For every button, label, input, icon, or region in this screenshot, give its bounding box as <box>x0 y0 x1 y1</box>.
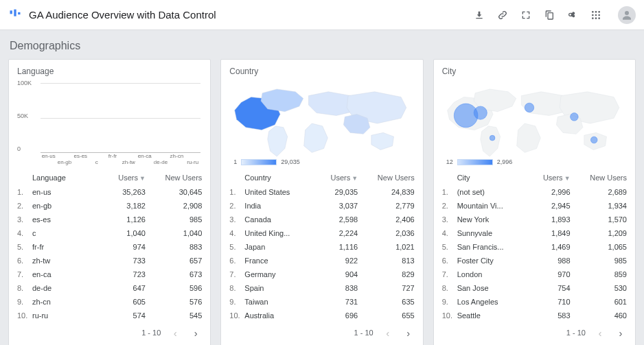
col-users[interactable]: Users▼ <box>519 174 570 182</box>
table-row[interactable]: 10.Australia696655 <box>229 309 414 322</box>
svg-point-5 <box>598 11 600 13</box>
link-icon[interactable] <box>496 8 509 22</box>
pager-prev-button[interactable]: ‹ <box>594 327 606 339</box>
table-row[interactable]: 7.London970859 <box>442 267 627 281</box>
row-rank: 9. <box>17 298 32 306</box>
row-users: 2,224 <box>307 229 358 237</box>
table-row[interactable]: 9.Los Angeles710601 <box>442 295 627 309</box>
svg-point-16 <box>570 113 578 121</box>
pager-language: 1 - 10 ‹ › <box>17 324 202 342</box>
country-map-chart: 1 29,035 <box>229 79 414 167</box>
pager-prev-button[interactable]: ‹ <box>169 327 181 339</box>
row-users: 754 <box>519 284 570 292</box>
table-row[interactable]: 2.India3,0372,779 <box>229 199 414 213</box>
row-users: 2,598 <box>307 215 358 224</box>
row-dim: es-es <box>32 215 95 224</box>
card-city: City <box>433 59 636 345</box>
col-country[interactable]: Country <box>244 174 307 182</box>
avatar[interactable] <box>618 6 636 24</box>
table-row[interactable]: 6.France922813 <box>229 254 414 267</box>
row-rank: 6. <box>17 257 32 265</box>
svg-point-8 <box>598 14 600 16</box>
table-row[interactable]: 1.en-us35,26330,645 <box>17 185 202 199</box>
copy-icon[interactable] <box>542 8 556 22</box>
app-bar: GA Audience Overview with Data Control <box>0 0 644 30</box>
card-language-title: Language <box>17 67 202 76</box>
row-rank: 7. <box>442 270 457 278</box>
table-row[interactable]: 2.Mountain Vi...2,9451,934 <box>442 199 627 213</box>
row-new-users: 883 <box>146 243 202 251</box>
apps-icon[interactable] <box>589 8 603 22</box>
row-rank: 2. <box>229 202 244 210</box>
svg-point-18 <box>490 135 495 141</box>
row-dim: Sunnyvale <box>457 229 520 237</box>
row-rank: 3. <box>229 215 244 224</box>
col-new-users[interactable]: New Users <box>571 174 627 182</box>
pager-prev-button[interactable]: ‹ <box>382 327 394 339</box>
table-row[interactable]: 9.zh-cn605576 <box>17 295 202 309</box>
row-users: 3,182 <box>95 202 146 210</box>
table-row[interactable]: 4.United King...2,2242,036 <box>229 226 414 240</box>
row-rank: 5. <box>229 243 244 251</box>
ytick: 0 <box>17 145 21 152</box>
row-dim: en-gb <box>32 202 95 210</box>
table-row[interactable]: 8.Spain838727 <box>229 281 414 295</box>
table-row[interactable]: 7.Germany904829 <box>229 267 414 281</box>
section-title: Demographics <box>10 40 634 52</box>
row-rank: 10. <box>229 311 244 320</box>
table-row[interactable]: 5.fr-fr974883 <box>17 240 202 254</box>
pager-next-button[interactable]: › <box>614 327 627 339</box>
download-icon[interactable] <box>472 8 486 22</box>
col-new-users[interactable]: New Users <box>358 174 414 182</box>
row-dim: en-us <box>32 188 95 196</box>
card-city-title: City <box>442 67 627 76</box>
table-row[interactable]: 6.zh-tw733657 <box>17 254 202 267</box>
ytick: 100K <box>17 80 32 86</box>
row-users: 974 <box>95 243 146 251</box>
table-row[interactable]: 6.Foster City988985 <box>442 254 627 267</box>
col-new-users[interactable]: New Users <box>146 174 202 182</box>
col-city[interactable]: City <box>457 174 520 182</box>
pager-range: 1 - 10 <box>354 329 373 337</box>
table-row[interactable]: 5.Japan1,1161,021 <box>229 240 414 254</box>
row-new-users: 24,839 <box>358 188 414 196</box>
row-rank: 7. <box>229 270 244 278</box>
pager-next-button[interactable]: › <box>402 327 415 339</box>
table-row[interactable]: 3.Canada2,5982,406 <box>229 213 414 226</box>
table-row[interactable]: 10.Seattle583460 <box>442 309 627 322</box>
table-row[interactable]: 4.Sunnyvale1,8491,209 <box>442 226 627 240</box>
row-rank: 6. <box>442 257 457 265</box>
svg-point-10 <box>595 17 597 19</box>
col-language[interactable]: Language <box>32 174 95 182</box>
row-new-users: 576 <box>146 298 202 306</box>
table-row[interactable]: 3.es-es1,126985 <box>17 213 202 226</box>
row-rank: 8. <box>17 284 32 292</box>
table-row[interactable]: 3.New York1,8931,570 <box>442 213 627 226</box>
col-users[interactable]: Users▼ <box>95 174 146 182</box>
row-dim: ru-ru <box>32 311 95 320</box>
table-row[interactable]: 7.en-ca723673 <box>17 267 202 281</box>
row-dim: c <box>32 229 95 237</box>
table-row[interactable]: 1.(not set)2,9962,689 <box>442 185 627 199</box>
table-row[interactable]: 5.San Francis...1,4691,065 <box>442 240 627 254</box>
row-rank: 5. <box>442 243 457 251</box>
row-users: 988 <box>519 257 570 265</box>
row-dim: Canada <box>244 215 307 224</box>
row-new-users: 2,036 <box>358 229 414 237</box>
fullscreen-icon[interactable] <box>519 8 533 22</box>
table-row[interactable]: 8.San Jose754530 <box>442 281 627 295</box>
row-users: 838 <box>307 284 358 292</box>
table-language: Language Users▼ New Users 1.en-us35,2633… <box>17 171 202 322</box>
table-row[interactable]: 2.en-gb3,1822,908 <box>17 199 202 213</box>
share-icon[interactable] <box>566 8 579 22</box>
table-row[interactable]: 8.de-de647596 <box>17 281 202 295</box>
pager-next-button[interactable]: › <box>189 327 202 339</box>
table-row[interactable]: 4.c1,0401,040 <box>17 226 202 240</box>
col-users[interactable]: Users▼ <box>307 174 358 182</box>
table-row[interactable]: 1.United States29,03524,839 <box>229 185 414 199</box>
row-users: 904 <box>307 270 358 278</box>
table-row[interactable]: 10.ru-ru574545 <box>17 309 202 322</box>
row-dim: Los Angeles <box>457 298 520 306</box>
row-users: 733 <box>95 257 146 265</box>
table-row[interactable]: 9.Taiwan731635 <box>229 295 414 309</box>
